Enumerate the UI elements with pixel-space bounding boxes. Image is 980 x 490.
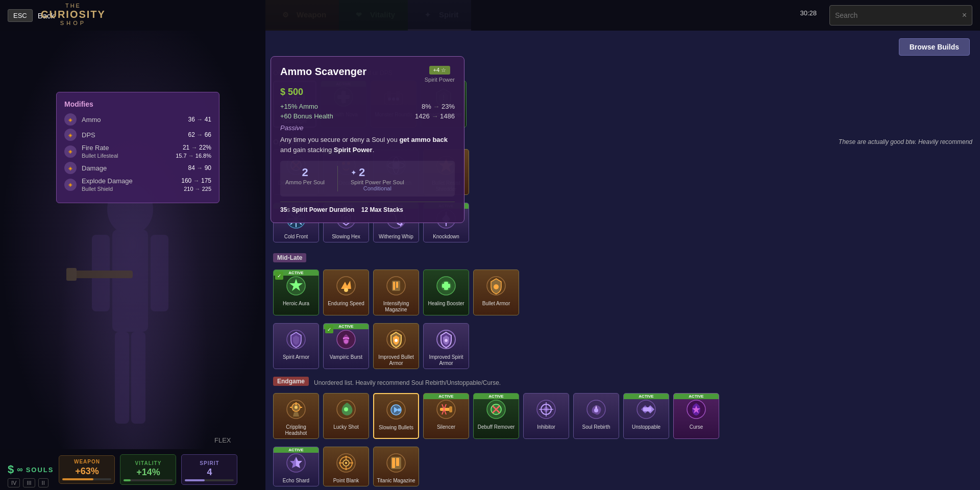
endgame-desc: Unordered list. Heavily recommend Soul R… bbox=[314, 379, 501, 386]
svg-rect-109 bbox=[392, 458, 395, 468]
svg-rect-96 bbox=[643, 407, 651, 411]
logo-main: CURIOSITY bbox=[41, 9, 106, 20]
crippling-headshot-inner: Crippling Headshot bbox=[274, 394, 318, 438]
svg-point-102 bbox=[345, 462, 347, 464]
bullet-lifesteal-values: 15.7 → 16.8% bbox=[176, 153, 211, 159]
svg-rect-6 bbox=[71, 271, 133, 278]
item-inhibitor[interactable]: Inhibitor bbox=[523, 393, 569, 439]
search-input[interactable] bbox=[835, 11, 962, 19]
endgame-items-row: Crippling Headshot Lucky Shot bbox=[273, 393, 972, 439]
svg-point-78 bbox=[398, 408, 401, 411]
improved-bullet-armor-icon bbox=[383, 327, 409, 352]
debuff-remover-icon bbox=[483, 397, 509, 422]
item-soul-rebirth[interactable]: Soul Rebirth bbox=[573, 393, 619, 439]
lucky-shot-icon bbox=[333, 397, 359, 422]
item-vampiric-burst[interactable]: ✓ ACTIVE Vampiric Burst bbox=[323, 323, 369, 369]
item-lucky-shot[interactable]: Lucky Shot bbox=[323, 393, 369, 439]
enduring-speed-name: Enduring Speed bbox=[326, 301, 366, 307]
item-echo-shard[interactable]: ACTIVE Echo Shard bbox=[273, 447, 319, 486]
curse-inner: Curse bbox=[674, 394, 719, 432]
spirit-power-conditional: Conditional bbox=[351, 185, 404, 191]
item-debuff-remover[interactable]: ACTIVE Debuff Remover bbox=[473, 393, 519, 439]
item-intensifying-magazine[interactable]: Intensifying Magazine bbox=[373, 270, 419, 315]
item-silencer[interactable]: ACTIVE Silencer bbox=[423, 393, 469, 439]
tooltip-stat-health-label: +60 Bonus Health bbox=[280, 112, 333, 120]
unstoppable-active-badge: ACTIVE bbox=[624, 394, 669, 399]
mid-late-title: Mid-Late bbox=[273, 253, 306, 262]
max-stacks-label: Max Stacks bbox=[370, 206, 403, 213]
svg-point-50 bbox=[344, 288, 348, 292]
ammo-per-soul-block: 2 Ammo Per Soul bbox=[285, 166, 325, 191]
item-point-blank[interactable]: Point Blank bbox=[323, 447, 369, 486]
titanic-magazine-name: Titanic Magazine bbox=[376, 478, 416, 484]
item-curse[interactable]: ACTIVE Curse bbox=[673, 393, 719, 439]
level-badge-iii: III bbox=[23, 478, 35, 487]
bullet-lifesteal-label: Bullet Lifesteal bbox=[82, 153, 118, 159]
tooltip-description: Any time you secure or deny a Soul you g… bbox=[280, 135, 455, 155]
modifies-dps-row: ◈ DPS 62 → 66 bbox=[64, 129, 211, 141]
vampiric-burst-icon bbox=[333, 327, 359, 352]
echo-shard-active-badge: ACTIVE bbox=[274, 447, 318, 453]
inhibitor-name: Inhibitor bbox=[526, 424, 567, 430]
item-titanic-magazine[interactable]: Titanic Magazine bbox=[373, 447, 419, 486]
soul-rebirth-inner: Soul Rebirth bbox=[574, 394, 619, 432]
item-enduring-speed[interactable]: Enduring Speed bbox=[323, 270, 369, 315]
debuff-remover-name: Debuff Remover bbox=[476, 424, 517, 430]
item-slowing-bullets[interactable]: Slowing Bullets bbox=[373, 393, 419, 439]
svg-point-73 bbox=[295, 406, 298, 409]
spirit-power-num-row: ✦ 2 bbox=[351, 166, 404, 179]
lucky-shot-name: Lucky Shot bbox=[326, 424, 366, 430]
ammo-modify-icon: ◈ bbox=[64, 113, 77, 126]
vitality-stat-header: VITALITY bbox=[135, 458, 162, 467]
enduring-speed-icon bbox=[333, 273, 359, 299]
inhibitor-icon bbox=[533, 397, 559, 422]
titanic-magazine-icon bbox=[383, 450, 409, 476]
item-unstoppable[interactable]: ACTIVE Unstoppable bbox=[623, 393, 669, 439]
item-crippling-headshot[interactable]: Crippling Headshot bbox=[273, 393, 319, 439]
item-heroic-aura[interactable]: ✓ ACTIVE Heroic Aura bbox=[273, 270, 319, 315]
duration-label: Spirit Power Duration bbox=[292, 206, 355, 213]
spirit-stat-value: 4 bbox=[207, 467, 212, 478]
explodedmg-modify-icon: ◈ bbox=[64, 179, 77, 191]
healing-booster-inner: Healing Booster bbox=[424, 270, 469, 309]
modifies-damage-row: ◈ Damage 84 → 90 bbox=[64, 162, 211, 174]
tooltip-cost: +4 ☆ Spirit Power bbox=[425, 66, 455, 83]
level-badge-ii: II bbox=[38, 478, 48, 487]
improved-spirit-armor-name: Improved Spirit Armor bbox=[426, 354, 467, 366]
slowing-bullets-name: Slowing Bullets bbox=[376, 425, 416, 431]
logo-shop: SHOP bbox=[41, 20, 106, 26]
modifies-panel: Modifies ◈ Ammo 36 → 41 ◈ DPS 62 → 66 ◈ bbox=[56, 92, 219, 203]
modifies-firerate-row: ◈ Fire Rate 21 → 22% Bullet Lifesteal 15… bbox=[64, 144, 211, 159]
improved-bullet-armor-inner: Improved Bullet Armor bbox=[374, 324, 419, 369]
tooltip-stat-health: +60 Bonus Health 1426 → 1486 bbox=[280, 112, 455, 120]
damage-modify-label: Damage bbox=[82, 164, 188, 172]
heroic-aura-icon bbox=[283, 273, 309, 299]
search-bar: × bbox=[829, 5, 972, 26]
weapon-stat-block[interactable]: WEAPON +63% bbox=[59, 455, 115, 484]
item-improved-bullet-armor[interactable]: Improved Bullet Armor bbox=[373, 323, 419, 369]
vitality-stat-block[interactable]: VITALITY +14% bbox=[120, 454, 176, 485]
withering-whip-name: Withering Whip bbox=[376, 234, 416, 240]
crippling-headshot-name: Crippling Headshot bbox=[276, 424, 316, 436]
browse-builds-button[interactable]: Browse Builds bbox=[899, 38, 970, 56]
echo-shard-name: Echo Shard bbox=[276, 478, 316, 484]
bullet-shield-values: 210 → 225 bbox=[184, 186, 211, 192]
flex-label: FLEX bbox=[214, 436, 231, 444]
tooltip-duration: 35s Spirit Power Duration 12 Max Stacks bbox=[280, 202, 455, 213]
search-clear-button[interactable]: × bbox=[962, 11, 967, 20]
tooltip-stat-ammo: +15% Ammo 8% → 23% bbox=[280, 103, 455, 110]
spirit-power-label: Spirit Power bbox=[425, 77, 455, 83]
item-spirit-armor[interactable]: Spirit Armor bbox=[273, 323, 319, 369]
esc-button[interactable]: ESC bbox=[8, 9, 33, 22]
bullet-armor-inner: Bullet Armor bbox=[474, 270, 519, 309]
item-improved-spirit-armor[interactable]: Improved Spirit Armor bbox=[423, 323, 469, 369]
weapon-stat-bar bbox=[62, 478, 111, 480]
spirit-stat-block[interactable]: SPIRIT 4 bbox=[181, 454, 237, 485]
weapon-stat-title: WEAPON bbox=[74, 459, 100, 464]
dps-modify-values: 62 → 66 bbox=[188, 131, 211, 138]
item-healing-booster[interactable]: Healing Booster bbox=[423, 270, 469, 315]
item-bullet-armor[interactable]: Bullet Armor bbox=[473, 270, 519, 315]
svg-rect-4 bbox=[115, 332, 129, 424]
svg-rect-7 bbox=[66, 268, 77, 281]
spirit-stat-bar-fill bbox=[185, 479, 204, 481]
